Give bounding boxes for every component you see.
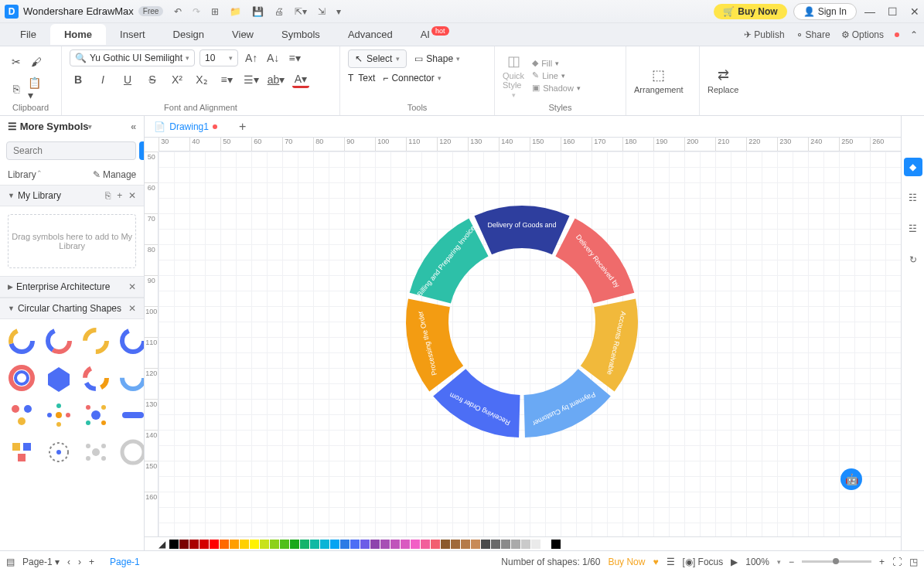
shape-thumb[interactable] xyxy=(118,400,144,431)
tab-advanced[interactable]: Advanced xyxy=(334,24,407,45)
shape-thumb[interactable] xyxy=(6,400,37,431)
more-symbols-label[interactable]: More Symbols xyxy=(20,121,89,132)
tab-design[interactable]: Design xyxy=(159,24,218,45)
fill-button[interactable]: ◆ Fill▾ xyxy=(532,58,581,68)
style-panel-icon[interactable]: ◆ xyxy=(904,158,922,176)
add-page-icon[interactable]: + xyxy=(89,557,94,567)
font-name-select[interactable]: 🔍 Yu Gothic UI Semilight▾ xyxy=(70,49,195,66)
color-swatch[interactable] xyxy=(390,540,400,549)
color-swatch[interactable] xyxy=(501,540,510,549)
close-enterprise-icon[interactable]: ✕ xyxy=(128,281,136,292)
minimize-icon[interactable]: — xyxy=(864,5,875,18)
color-swatch[interactable] xyxy=(541,540,551,549)
zoom-value[interactable]: 100% xyxy=(745,557,769,567)
layers-panel-icon[interactable]: ☳ xyxy=(904,220,922,238)
color-swatch[interactable] xyxy=(431,540,440,549)
manage-button[interactable]: ✎ Manage xyxy=(93,169,136,180)
strike-icon[interactable]: S xyxy=(144,71,161,88)
color-swatch[interactable] xyxy=(330,540,339,549)
color-swatch[interactable] xyxy=(320,540,329,549)
drop-zone[interactable]: Drag symbols here to add to My Library xyxy=(8,214,136,268)
font-size-select[interactable]: 10▾ xyxy=(199,49,238,66)
color-swatch[interactable] xyxy=(471,540,480,549)
close-icon[interactable]: ✕ xyxy=(910,5,919,18)
color-swatch[interactable] xyxy=(441,540,450,549)
bold-icon[interactable]: B xyxy=(70,71,87,88)
collapse-ribbon-icon[interactable]: ⌃ xyxy=(910,29,918,40)
color-swatch[interactable] xyxy=(179,540,189,549)
cut-icon[interactable]: ✂ xyxy=(8,53,25,70)
tab-home[interactable]: Home xyxy=(50,24,106,45)
play-icon[interactable]: ▶ xyxy=(731,557,738,567)
close-section-icon[interactable]: ✕ xyxy=(128,190,136,201)
shape-thumb[interactable] xyxy=(43,437,74,468)
circular-section[interactable]: ▼Circular Charting Shapes ✕ xyxy=(0,298,144,319)
shape-tool[interactable]: ▭ Shape▾ xyxy=(414,49,460,68)
shape-thumb[interactable] xyxy=(80,325,111,356)
tab-view[interactable]: View xyxy=(218,24,268,45)
arrangement-button[interactable]: ⬚Arrangement xyxy=(634,66,684,94)
add-icon[interactable]: + xyxy=(117,190,122,201)
connector-tool[interactable]: ⌐ Connector▾ xyxy=(383,73,441,83)
layers-status-icon[interactable]: ☰ xyxy=(667,557,675,567)
color-swatch[interactable] xyxy=(340,540,349,549)
folder-icon[interactable]: ⎘ xyxy=(105,190,111,201)
grow-font-icon[interactable]: A↑ xyxy=(243,49,260,66)
underline-icon[interactable]: U xyxy=(119,71,136,88)
color-swatch[interactable] xyxy=(350,540,360,549)
shape-thumb[interactable] xyxy=(43,325,74,356)
zoom-slider[interactable] xyxy=(802,560,871,563)
chat-bubble-icon[interactable]: 🤖 xyxy=(840,468,862,490)
shape-thumb[interactable] xyxy=(6,437,37,468)
shape-thumb[interactable] xyxy=(80,437,111,468)
tab-insert[interactable]: Insert xyxy=(106,24,159,45)
enterprise-section[interactable]: ▶Enterprise Architecture ✕ xyxy=(0,276,144,298)
superscript-icon[interactable]: X² xyxy=(169,71,186,88)
color-swatch[interactable] xyxy=(481,540,490,549)
shape-thumb[interactable] xyxy=(118,437,144,468)
tab-file[interactable]: File xyxy=(6,24,50,45)
save-icon[interactable]: 💾 xyxy=(252,6,264,17)
replace-button[interactable]: ⇄Replace xyxy=(707,66,738,94)
shrink-font-icon[interactable]: A↓ xyxy=(264,49,281,66)
copy-icon[interactable]: ⎘ xyxy=(8,80,25,97)
text-tool[interactable]: T Text xyxy=(348,73,375,83)
color-swatch[interactable] xyxy=(220,540,229,549)
undo-icon[interactable]: ↶ xyxy=(174,6,182,17)
color-swatch[interactable] xyxy=(360,540,370,549)
select-tool[interactable]: ↖ Select▾ xyxy=(348,49,407,68)
color-swatch[interactable] xyxy=(290,540,299,549)
buy-now-status[interactable]: Buy Now xyxy=(608,557,645,567)
color-swatch[interactable] xyxy=(280,540,289,549)
color-swatch[interactable] xyxy=(370,540,380,549)
page-select[interactable]: Page-1 ▾ xyxy=(22,557,60,567)
color-swatch[interactable] xyxy=(210,540,219,549)
share-button[interactable]: ⚬ Share xyxy=(796,29,830,40)
font-color-icon[interactable]: A▾ xyxy=(292,71,309,88)
export-icon[interactable]: ⇱▾ xyxy=(295,6,307,17)
library-label[interactable]: Library xyxy=(8,169,36,180)
new-icon[interactable]: ⊞ xyxy=(211,6,219,17)
shape-thumb[interactable] xyxy=(43,400,74,431)
color-swatch[interactable] xyxy=(310,540,319,549)
print-icon[interactable]: 🖨 xyxy=(274,6,284,17)
qat-more-icon[interactable]: ▾ xyxy=(336,6,341,17)
eyedropper-icon[interactable]: ◢ xyxy=(159,539,165,550)
shape-thumb[interactable] xyxy=(118,325,144,356)
tab-ai[interactable]: AIhot xyxy=(407,24,463,45)
search-input[interactable] xyxy=(6,141,136,160)
import-icon[interactable]: ⇲ xyxy=(318,6,326,17)
color-swatch[interactable] xyxy=(401,540,410,549)
color-swatch[interactable] xyxy=(521,540,530,549)
italic-icon[interactable]: I xyxy=(94,71,111,88)
options-button[interactable]: ⚙ Options xyxy=(841,29,884,40)
tab-symbols[interactable]: Symbols xyxy=(268,24,334,45)
color-swatch[interactable] xyxy=(551,540,561,549)
color-swatch[interactable] xyxy=(189,540,199,549)
color-swatch[interactable] xyxy=(380,540,390,549)
text-effects-icon[interactable]: ab▾ xyxy=(268,71,285,88)
shape-thumb[interactable] xyxy=(80,400,111,431)
my-library-section[interactable]: ▼My Library ⎘+✕ xyxy=(0,185,144,206)
align-icon[interactable]: ≡▾ xyxy=(286,49,303,66)
search-button[interactable]: Search xyxy=(139,141,145,160)
